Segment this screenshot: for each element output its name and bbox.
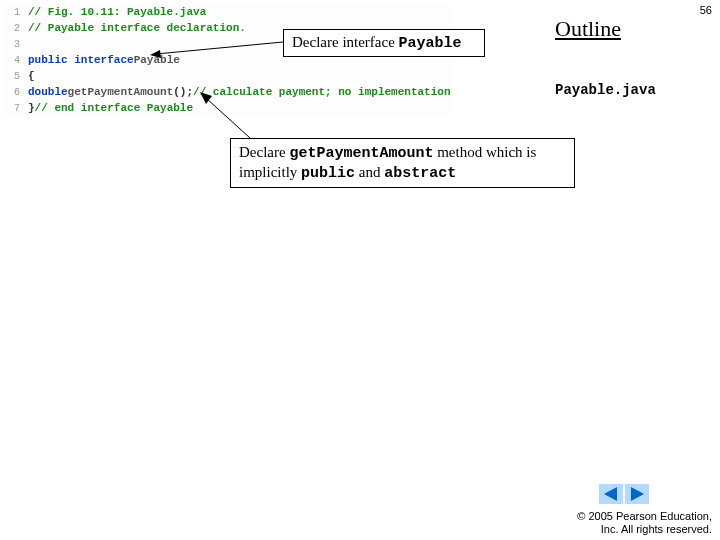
- copyright-line: © 2005 Pearson Education,: [577, 510, 712, 523]
- slide-nav: [598, 484, 650, 508]
- callout-declare-method: Declare getPaymentAmount method which is…: [230, 138, 575, 188]
- callout-mono: abstract: [384, 165, 456, 182]
- callout-mono: getPaymentAmount: [289, 145, 433, 162]
- filename-label: Payable.java: [555, 82, 656, 98]
- callout-mono: Payable: [399, 35, 462, 52]
- callout-declare-interface: Declare interface Payable: [283, 29, 485, 57]
- code-listing: 1// Fig. 10.11: Payable.java2// Payable …: [4, 4, 451, 116]
- next-slide-icon[interactable]: [625, 484, 649, 504]
- callout-text: and: [355, 164, 384, 180]
- callout-text: Declare interface: [292, 34, 399, 50]
- copyright: © 2005 Pearson Education, Inc. All right…: [577, 510, 712, 536]
- outline-heading: Outline: [555, 16, 621, 42]
- page-number: 56: [700, 4, 712, 16]
- copyright-line: Inc. All rights reserved.: [577, 523, 712, 536]
- callout-mono: public: [301, 165, 355, 182]
- callout-text: Declare: [239, 144, 289, 160]
- prev-slide-icon[interactable]: [599, 484, 623, 504]
